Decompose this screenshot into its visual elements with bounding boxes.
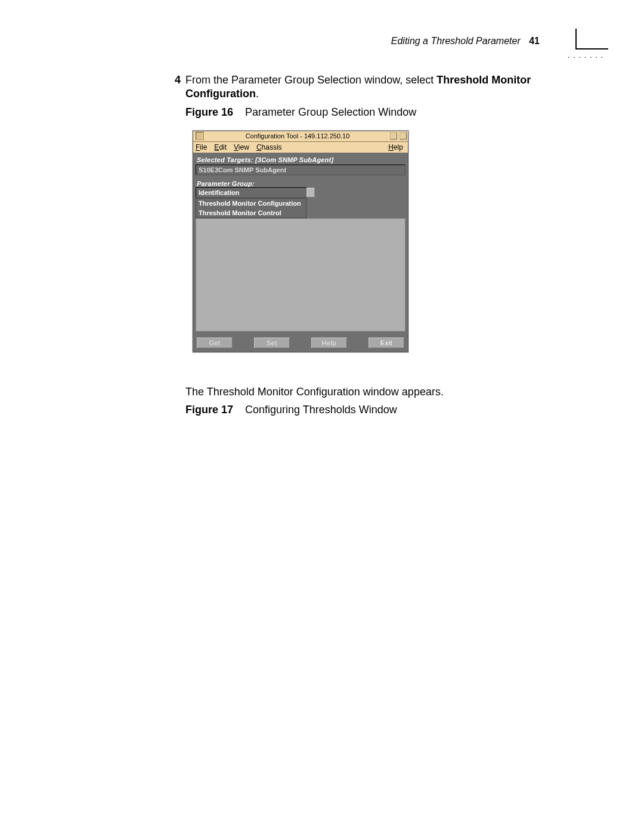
step-text: From the Parameter Group Selection windo… — [185, 73, 599, 101]
figure-16-caption: Figure 16 Parameter Group Selection Wind… — [185, 106, 599, 119]
window-title: Configuration Tool - 149.112.250.10 — [206, 132, 389, 140]
step-number: 4 — [170, 73, 181, 101]
post-figure-text: The Threshold Monitor Configuration wind… — [185, 385, 599, 399]
menu-file-label: ile — [200, 143, 207, 151]
menu-edit-label: dit — [219, 143, 227, 151]
parameter-group-select[interactable]: Identification — [196, 187, 306, 198]
selected-targets-field[interactable]: S10E3Com SNMP SubAgent — [196, 165, 405, 175]
menu-edit[interactable]: Edit — [214, 143, 227, 151]
content-canvas — [196, 218, 405, 332]
instruction-step-4: 4 From the Parameter Group Selection win… — [170, 73, 599, 101]
menu-chassis[interactable]: Chassis — [256, 143, 282, 151]
step-text-prefix: From the Parameter Group Selection windo… — [185, 74, 436, 86]
selected-targets-label: Selected Targets: [3Com SNMP SubAgent] — [197, 156, 405, 163]
window-titlebar: Configuration Tool - 149.112.250.10 — [193, 131, 408, 142]
minimize-button[interactable] — [390, 132, 397, 140]
dropdown-toggle-button[interactable] — [306, 188, 315, 197]
figure-17-label: Figure 17 — [185, 404, 233, 416]
step-text-suffix: . — [256, 88, 259, 100]
system-menu-button[interactable] — [196, 132, 204, 140]
get-button[interactable]: Get — [197, 337, 233, 348]
maximize-button[interactable] — [400, 132, 407, 140]
section-title: Editing a Threshold Parameter — [391, 36, 521, 46]
button-row: Get Set Help Exit — [193, 334, 408, 352]
dropdown-item-threshold-config[interactable]: Threshold Monitor Configuration — [196, 199, 306, 208]
menu-bar: File Edit View Chassis Help — [193, 142, 408, 153]
menu-file[interactable]: File — [196, 143, 207, 151]
parameter-group-label: Parameter Group: — [197, 180, 405, 187]
page-header: Editing a Threshold Parameter 41 — [170, 36, 599, 47]
parameter-group-value: Identification — [196, 187, 306, 198]
menu-chassis-label: hassis — [262, 143, 282, 151]
header-dots-decoration: . . . . . . . — [568, 51, 603, 60]
config-tool-window: Configuration Tool - 149.112.250.10 File… — [193, 131, 408, 352]
menu-view[interactable]: View — [234, 143, 249, 151]
help-button[interactable]: Help — [311, 337, 347, 348]
figure-16-text: Parameter Group Selection Window — [245, 106, 416, 118]
menu-help[interactable]: Help — [388, 143, 403, 151]
window-body: Selected Targets: [3Com SNMP SubAgent] S… — [193, 153, 408, 334]
page-content: Editing a Threshold Parameter 41 4 From … — [170, 36, 599, 416]
page-number: 41 — [529, 36, 540, 46]
figure-17-text: Configuring Thresholds Window — [245, 404, 397, 416]
dropdown-item-threshold-control[interactable]: Threshold Monitor Control — [196, 208, 306, 218]
figure-16-label: Figure 16 — [185, 106, 233, 118]
menu-view-label: iew — [239, 143, 249, 151]
exit-button[interactable]: Exit — [369, 337, 404, 348]
figure-17-caption: Figure 17 Configuring Thresholds Window — [185, 404, 599, 416]
set-button[interactable]: Set — [254, 337, 290, 348]
menu-help-label: elp — [394, 143, 403, 151]
parameter-group-dropdown-list: Threshold Monitor Configuration Threshol… — [196, 198, 306, 218]
parameter-group-section: Parameter Group: Identification Threshol… — [196, 180, 405, 218]
